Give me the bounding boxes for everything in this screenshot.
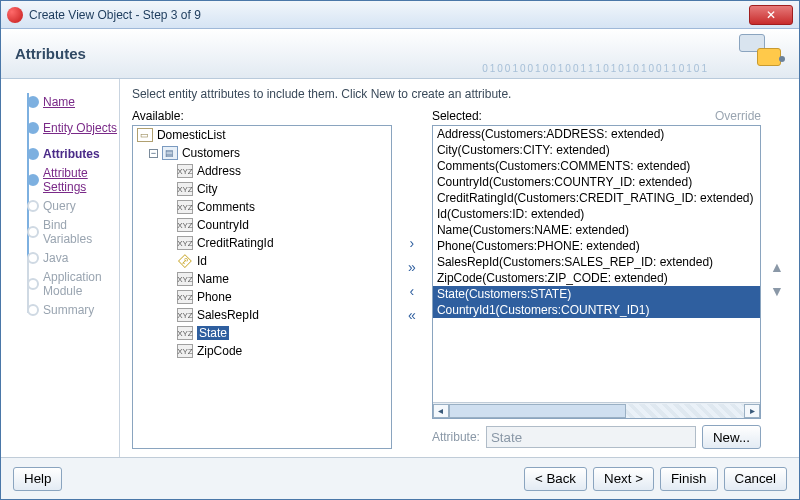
attribute-input xyxy=(486,426,696,448)
wizard-step-name[interactable]: Name xyxy=(7,89,119,115)
wizard-step-application-module: Application Module xyxy=(7,271,119,297)
scroll-thumb[interactable] xyxy=(449,404,626,418)
window-title: Create View Object - Step 3 of 9 xyxy=(29,8,749,22)
collapse-icon[interactable]: − xyxy=(149,149,158,158)
entity-icon: ▤ xyxy=(162,146,178,160)
step-label: Entity Objects xyxy=(43,121,117,135)
wizard-step-attributes[interactable]: Attributes xyxy=(7,141,119,167)
selected-item[interactable]: CreditRatingId(Customers:CREDIT_RATING_I… xyxy=(433,190,760,206)
tree-root[interactable]: ▭DomesticList xyxy=(133,126,391,144)
remove-all-button[interactable]: « xyxy=(402,306,422,324)
attribute-row: Attribute: New... xyxy=(432,425,761,449)
selected-item[interactable]: Name(Customers:NAME: extended) xyxy=(433,222,760,238)
remove-button[interactable]: ‹ xyxy=(402,282,422,300)
tree-attr-name[interactable]: XYZName xyxy=(133,270,391,288)
banner-digits: 010010010010011101010100110101 xyxy=(482,63,709,74)
step-bullet-icon xyxy=(27,148,39,160)
titlebar[interactable]: Create View Object - Step 3 of 9 ✕ xyxy=(1,1,799,29)
tree-label: DomesticList xyxy=(157,128,226,142)
tree-label: City xyxy=(197,182,218,196)
selected-label-text: Selected: xyxy=(432,109,482,123)
new-button[interactable]: New... xyxy=(702,425,761,449)
step-label: Application Module xyxy=(43,270,119,298)
close-button[interactable]: ✕ xyxy=(749,5,793,25)
scroll-right-button[interactable]: ▸ xyxy=(744,404,760,418)
attribute-icon: XYZ xyxy=(177,308,193,322)
available-tree[interactable]: ▭DomesticList− ▤CustomersXYZAddressXYZCi… xyxy=(132,125,392,449)
selected-item[interactable]: State(Customers:STATE) xyxy=(433,286,760,302)
selected-item[interactable]: ZipCode(Customers:ZIP_CODE: extended) xyxy=(433,270,760,286)
selected-item[interactable]: City(Customers:CITY: extended) xyxy=(433,142,760,158)
tree-label: Id xyxy=(197,254,207,268)
selected-column: Selected: Override Address(Customers:ADD… xyxy=(432,109,761,449)
close-icon: ✕ xyxy=(766,8,776,22)
reorder-buttons: ▲ ▼ xyxy=(767,109,787,449)
selected-list[interactable]: Address(Customers:ADDRESS: extended)City… xyxy=(432,125,761,419)
body: NameEntity ObjectsAttributesAttribute Se… xyxy=(1,79,799,457)
back-button[interactable]: < Back xyxy=(524,467,587,491)
tree-attr-id[interactable]: ⚿Id xyxy=(133,252,391,270)
tree-label: Comments xyxy=(197,200,255,214)
step-bullet-icon xyxy=(27,252,39,264)
selected-item[interactable]: Phone(Customers:PHONE: extended) xyxy=(433,238,760,254)
finish-button[interactable]: Finish xyxy=(660,467,718,491)
move-down-button[interactable]: ▼ xyxy=(770,283,784,299)
scroll-track[interactable] xyxy=(449,404,744,418)
selected-item[interactable]: Comments(Customers:COMMENTS: extended) xyxy=(433,158,760,174)
tree-attr-city[interactable]: XYZCity xyxy=(133,180,391,198)
attribute-icon: XYZ xyxy=(177,164,193,178)
banner-decor-icon xyxy=(739,34,789,74)
attribute-icon: XYZ xyxy=(177,236,193,250)
tree-attr-countryid[interactable]: XYZCountryId xyxy=(133,216,391,234)
tree-label: Address xyxy=(197,164,241,178)
shuttle-buttons: › » ‹ « xyxy=(398,109,426,449)
tree-label: Name xyxy=(197,272,229,286)
step-bullet-icon xyxy=(27,122,39,134)
tree-label: State xyxy=(197,326,229,340)
step-bullet-icon xyxy=(27,226,39,238)
tree-label: CountryId xyxy=(197,218,249,232)
attribute-icon: XYZ xyxy=(177,344,193,358)
add-button[interactable]: › xyxy=(402,234,422,252)
step-label: Name xyxy=(43,95,75,109)
wizard-step-attribute-settings[interactable]: Attribute Settings xyxy=(7,167,119,193)
attribute-icon: XYZ xyxy=(177,290,193,304)
tree-attr-state[interactable]: XYZState xyxy=(133,324,391,342)
banner: Attributes 01001001001001110101010011010… xyxy=(1,29,799,79)
tree-label: Phone xyxy=(197,290,232,304)
tree-label: SalesRepId xyxy=(197,308,259,322)
tree-label: ZipCode xyxy=(197,344,242,358)
attribute-icon: XYZ xyxy=(177,326,193,340)
selected-item[interactable]: Address(Customers:ADDRESS: extended) xyxy=(433,126,760,142)
tree-attr-zipcode[interactable]: XYZZipCode xyxy=(133,342,391,360)
selected-item[interactable]: Id(Customers:ID: extended) xyxy=(433,206,760,222)
selected-label: Selected: Override xyxy=(432,109,761,123)
selected-item[interactable]: CountryId1(Customers:COUNTRY_ID1) xyxy=(433,302,760,318)
move-up-button[interactable]: ▲ xyxy=(770,259,784,275)
attribute-icon: XYZ xyxy=(177,200,193,214)
page-heading: Attributes xyxy=(15,45,86,62)
main-panel: Select entity attributes to include them… xyxy=(120,79,799,457)
step-bullet-icon xyxy=(27,96,39,108)
tree-attr-phone[interactable]: XYZPhone xyxy=(133,288,391,306)
help-button[interactable]: Help xyxy=(13,467,62,491)
tree-entity-customers[interactable]: − ▤Customers xyxy=(133,144,391,162)
step-bullet-icon xyxy=(27,278,39,290)
tree-label: CreditRatingId xyxy=(197,236,274,250)
wizard-step-java: Java xyxy=(7,245,119,271)
tree-attr-creditratingid[interactable]: XYZCreditRatingId xyxy=(133,234,391,252)
wizard-step-entity-objects[interactable]: Entity Objects xyxy=(7,115,119,141)
selected-item[interactable]: SalesRepId(Customers:SALES_REP_ID: exten… xyxy=(433,254,760,270)
next-button[interactable]: Next > xyxy=(593,467,654,491)
override-link[interactable]: Override xyxy=(715,109,761,123)
add-all-button[interactable]: » xyxy=(402,258,422,276)
step-bullet-icon xyxy=(27,174,39,186)
tree-attr-comments[interactable]: XYZComments xyxy=(133,198,391,216)
scroll-left-button[interactable]: ◂ xyxy=(433,404,449,418)
selected-item[interactable]: CountryId(Customers:COUNTRY_ID: extended… xyxy=(433,174,760,190)
horizontal-scrollbar[interactable]: ◂ ▸ xyxy=(433,402,760,418)
tree-attr-address[interactable]: XYZAddress xyxy=(133,162,391,180)
cancel-button[interactable]: Cancel xyxy=(724,467,788,491)
tree-attr-salesrepid[interactable]: XYZSalesRepId xyxy=(133,306,391,324)
attribute-icon: XYZ xyxy=(177,218,193,232)
